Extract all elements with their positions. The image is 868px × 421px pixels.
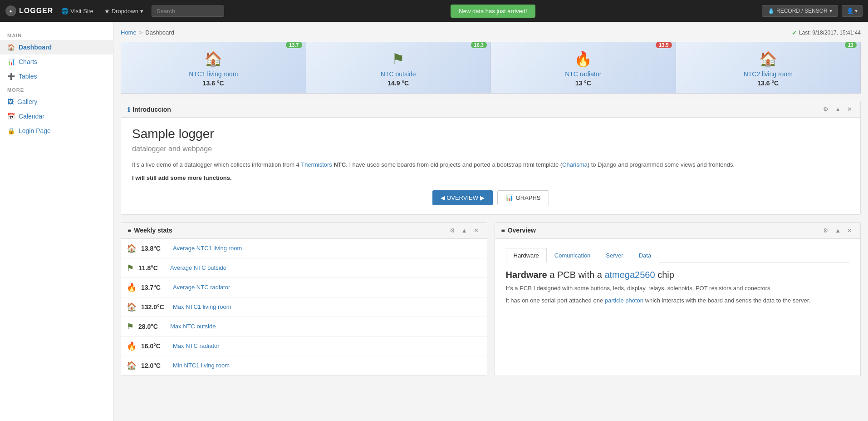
- stats-value-1: 11.8°C: [138, 264, 166, 272]
- sidebar-item-gallery[interactable]: 🖼 Gallery: [0, 94, 113, 109]
- list-icon: ≡: [128, 227, 131, 234]
- hw-text-1: It's a PCB I designed with some buttons,…: [506, 284, 850, 293]
- weekly-stats-panel: ≡ Weekly stats ⚙ ▲ ✕ 🏠 13.8°C Average NT…: [121, 222, 487, 376]
- weekly-close-button[interactable]: ✕: [472, 226, 481, 235]
- house-icon-6: 🏠: [127, 361, 137, 371]
- record-sensor-button[interactable]: 💧 RECORD / SENSOR ▾: [762, 5, 838, 17]
- breadcrumb: Home > Dashboard: [121, 29, 174, 36]
- stats-row-2: 🔥 13.7°C Average NTC radiator: [121, 278, 487, 297]
- dropdown-link[interactable]: ★ Dropdown ▾: [102, 8, 146, 15]
- intro-panel-title: ℹ Introduccion: [128, 106, 171, 113]
- sensor-value-ntc-radiator: 13 °C: [496, 79, 670, 87]
- sensor-badge-ntc2: 13: [845, 42, 857, 48]
- stats-row-1: ⚑ 11.8°C Average NTC outside: [121, 258, 487, 278]
- breadcrumb-home[interactable]: Home: [121, 29, 137, 36]
- weekly-collapse-button[interactable]: ▲: [460, 226, 469, 235]
- sidebar-item-dashboard[interactable]: 🏠 Dashboard: [0, 40, 113, 54]
- brand-logo: ●: [5, 5, 16, 16]
- sensor-value-ntc-outside: 14.9 °C: [312, 79, 485, 87]
- sensor-name-ntc1: NTC1 living room: [127, 70, 300, 78]
- tab-comunication[interactable]: Comunication: [547, 248, 598, 263]
- intro-bold-text: I will still add some more functions.: [132, 174, 849, 181]
- intro-panel: ℹ Introduccion ⚙ ▲ ✕ Sample logger datal…: [121, 101, 861, 215]
- overview-settings-button[interactable]: ⚙: [821, 226, 830, 235]
- gallery-icon: 🖼: [7, 98, 14, 105]
- weekly-settings-button[interactable]: ⚙: [448, 226, 457, 235]
- sensor-icon-ntc2: 🏠: [682, 50, 855, 68]
- weekly-stats-controls: ⚙ ▲ ✕: [448, 226, 481, 235]
- tab-data[interactable]: Data: [631, 248, 659, 263]
- intro-settings-button[interactable]: ⚙: [821, 105, 830, 114]
- breadcrumb-current: Dashboard: [145, 29, 174, 36]
- particle-photon-link[interactable]: particle photon: [605, 297, 643, 304]
- sidebar-more-label: MORE: [0, 84, 113, 94]
- house-icon-3: 🏠: [127, 302, 137, 312]
- navbar: ● Logger 🌐 Visit Site ★ Dropdown ▾ New d…: [0, 0, 868, 22]
- stats-row-5: 🔥 16.0°C Max NTC radiator: [121, 337, 487, 356]
- tab-server[interactable]: Server: [598, 248, 631, 263]
- tree-icon-1: ⚑: [127, 263, 134, 273]
- intro-main-title: Sample logger: [132, 127, 849, 141]
- intro-panel-controls: ⚙ ▲ ✕: [821, 105, 854, 114]
- user-button[interactable]: 👤 ▾: [842, 5, 863, 17]
- intro-panel-header: ℹ Introduccion ⚙ ▲ ✕: [121, 101, 860, 118]
- sidebar-label-dashboard: Dashboard: [19, 44, 52, 51]
- stats-value-5: 16.0°C: [141, 342, 168, 350]
- intro-buttons: ◀ OVERVIEW ▶ 📊 GRAPHS: [132, 190, 849, 205]
- intro-collapse-button[interactable]: ▲: [833, 105, 843, 114]
- sensor-name-ntc-radiator: NTC radiator: [496, 70, 670, 78]
- sensor-icon-ntc-outside: ⚑: [312, 50, 485, 68]
- charisma-link[interactable]: Charisma: [562, 161, 588, 168]
- overview-tab-bar: Hardware Comunication Server Data: [506, 248, 850, 263]
- sensor-card-ntc-radiator[interactable]: 13.5 🔥 NTC radiator 13 °C: [491, 42, 676, 94]
- weekly-stats-header: ≡ Weekly stats ⚙ ▲ ✕: [121, 223, 487, 239]
- stats-row-6: 🏠 12.0°C Min NTC1 living room: [121, 356, 487, 376]
- overview-button[interactable]: ◀ OVERVIEW ▶: [432, 190, 493, 205]
- stats-value-4: 28.0°C: [138, 323, 166, 330]
- hw-title: Hardware a PCB with a atmega2560 chip: [506, 270, 850, 280]
- sensor-cards-row: 13.7 🏠 NTC1 living room 13.6 °C 16.3 ⚑ N…: [121, 42, 861, 94]
- sensor-card-ntc2[interactable]: 13 🏠 NTC2 living room 13.6 °C: [676, 42, 861, 94]
- overview-close-button[interactable]: ✕: [845, 226, 854, 235]
- sidebar-label-gallery: Gallery: [17, 98, 37, 105]
- last-update-text: Last: 9/18/2017, 15:41:44: [799, 30, 861, 36]
- tree-icon-4: ⚑: [127, 322, 134, 332]
- sidebar-label-calendar: Calendar: [19, 113, 44, 120]
- tab-hardware[interactable]: Hardware: [506, 248, 547, 263]
- sidebar-label-login: Login Page: [19, 127, 51, 134]
- main-content: Home > Dashboard ✔ Last: 9/18/2017, 15:4…: [113, 22, 868, 421]
- home-icon: 🏠: [7, 44, 15, 51]
- overview-collapse-button[interactable]: ▲: [833, 226, 843, 235]
- stats-value-6: 12.0°C: [141, 362, 168, 369]
- sensor-badge-ntc-outside: 16.3: [471, 42, 487, 48]
- thermistors-link[interactable]: Thermistors: [301, 161, 332, 168]
- stats-value-0: 13.8°C: [141, 245, 168, 252]
- visit-site-link[interactable]: 🌐 Visit Site: [59, 8, 96, 15]
- hw-text-2: It has on one serial port attached one p…: [506, 296, 850, 306]
- graphs-button[interactable]: 📊 GRAPHS: [497, 190, 549, 205]
- search-input[interactable]: [152, 5, 224, 17]
- user-icon: 👤: [847, 8, 853, 14]
- sidebar-item-login[interactable]: 🔒 Login Page: [0, 124, 113, 138]
- overview-panel: ≡ Overview ⚙ ▲ ✕ Hardware Comunication S…: [495, 222, 861, 376]
- new-data-button[interactable]: New data has just arrived!: [451, 5, 535, 18]
- sensor-card-ntc1[interactable]: 13.7 🏠 NTC1 living room 13.6 °C: [121, 42, 306, 94]
- breadcrumb-sep: >: [139, 29, 143, 36]
- intro-close-button[interactable]: ✕: [845, 105, 854, 114]
- two-col-section: ≡ Weekly stats ⚙ ▲ ✕ 🏠 13.8°C Average NT…: [121, 222, 861, 383]
- sensor-value-ntc2: 13.6 °C: [682, 79, 855, 87]
- sidebar-item-calendar[interactable]: 📅 Calendar: [0, 109, 113, 124]
- sidebar-item-charts[interactable]: 📊 Charts: [0, 54, 113, 69]
- water-drop-icon: 💧: [768, 8, 775, 14]
- hardware-tab-content: Hardware a PCB with a atmega2560 chip It…: [506, 270, 850, 306]
- stats-value-2: 13.7°C: [141, 284, 168, 291]
- stats-value-3: 132.0°C: [141, 303, 168, 311]
- weekly-stats-title: ≡ Weekly stats: [128, 227, 172, 234]
- sidebar-item-tables[interactable]: ➕ Tables: [0, 69, 113, 84]
- sensor-card-ntc-outside[interactable]: 16.3 ⚑ NTC outside 14.9 °C: [306, 42, 491, 94]
- star-icon: ★: [104, 8, 110, 15]
- stats-label-4: Max NTC outside: [170, 323, 216, 330]
- weekly-stats-body: 🏠 13.8°C Average NTC1 living room ⚑ 11.8…: [121, 239, 487, 376]
- lock-icon: 🔒: [7, 127, 15, 134]
- atmega-link[interactable]: atmega2560: [604, 270, 655, 280]
